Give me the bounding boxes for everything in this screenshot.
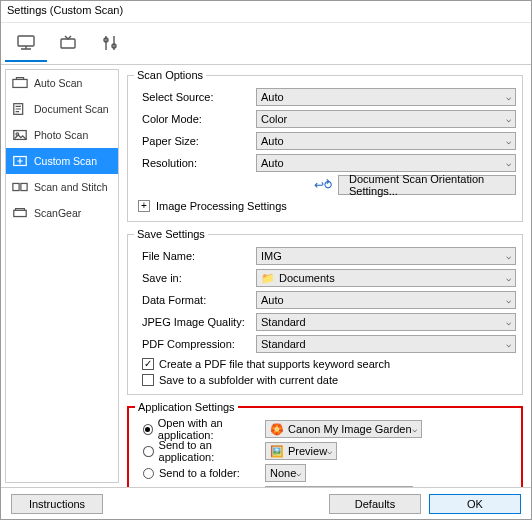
top-tab-strip bbox=[1, 23, 531, 65]
svg-rect-1 bbox=[61, 39, 75, 48]
footer-bar: Instructions Defaults OK bbox=[1, 487, 531, 519]
sidebar-item-auto-scan[interactable]: Auto Scan bbox=[6, 70, 118, 96]
sidebar-item-label: Auto Scan bbox=[34, 77, 82, 89]
sidebar-item-photo-scan[interactable]: Photo Scan bbox=[6, 122, 118, 148]
sidebar: Auto Scan Document Scan Photo Scan Custo… bbox=[5, 69, 119, 483]
color-mode-label: Color Mode: bbox=[134, 113, 256, 125]
svg-rect-4 bbox=[13, 79, 27, 87]
defaults-button[interactable]: Defaults bbox=[329, 494, 421, 514]
send-to-folder-radio[interactable]: Send to a folder: bbox=[135, 467, 265, 479]
tab-general-settings-icon[interactable] bbox=[89, 26, 131, 62]
sidebar-item-label: Custom Scan bbox=[34, 155, 97, 167]
sidebar-item-label: Document Scan bbox=[34, 103, 109, 115]
sidebar-item-label: ScanGear bbox=[34, 207, 81, 219]
chevron-down-icon: ⌵ bbox=[506, 251, 511, 261]
send-to-app-dropdown[interactable]: 🖼️Preview⌵ bbox=[265, 442, 337, 460]
attach-email-dropdown[interactable]: ✉️None (Attach Manually)⌵ bbox=[265, 486, 413, 487]
send-to-folder-dropdown[interactable]: None⌵ bbox=[265, 464, 306, 482]
content-pane: Scan Options Select Source: Auto⌵ Color … bbox=[119, 65, 531, 487]
settings-window: Settings (Custom Scan) Auto Scan Documen… bbox=[0, 0, 532, 520]
sidebar-item-custom-scan[interactable]: Custom Scan bbox=[6, 148, 118, 174]
orientation-settings-button[interactable]: Document Scan Orientation Settings... bbox=[338, 175, 516, 195]
radio-icon bbox=[143, 424, 153, 435]
radio-icon bbox=[143, 468, 154, 479]
svg-rect-0 bbox=[18, 36, 34, 46]
chevron-down-icon: ⌵ bbox=[296, 468, 301, 478]
sidebar-item-document-scan[interactable]: Document Scan bbox=[6, 96, 118, 122]
resolution-dropdown[interactable]: Auto⌵ bbox=[256, 154, 516, 172]
chevron-down-icon: ⌵ bbox=[506, 339, 511, 349]
radio-icon bbox=[143, 446, 154, 457]
subfolder-checkbox[interactable]: Save to a subfolder with current date bbox=[134, 372, 516, 388]
scan-options-group: Scan Options Select Source: Auto⌵ Color … bbox=[127, 69, 523, 222]
checkbox-icon bbox=[142, 358, 154, 370]
folder-icon: 📁 bbox=[261, 272, 275, 285]
chevron-down-icon: ⌵ bbox=[412, 424, 417, 434]
svg-rect-10 bbox=[21, 183, 27, 190]
instructions-button[interactable]: Instructions bbox=[11, 494, 103, 514]
tab-scan-from-panel-icon[interactable] bbox=[47, 26, 89, 62]
pdf-keyword-checkbox[interactable]: Create a PDF file that supports keyword … bbox=[134, 356, 516, 372]
chevron-down-icon: ⌵ bbox=[506, 317, 511, 327]
chevron-down-icon: ⌵ bbox=[506, 158, 511, 168]
open-with-app-dropdown[interactable]: 🏵️Canon My Image Garden⌵ bbox=[265, 420, 422, 438]
scan-options-legend: Scan Options bbox=[134, 69, 206, 81]
file-name-label: File Name: bbox=[134, 250, 256, 262]
sidebar-item-scangear[interactable]: ScanGear bbox=[6, 200, 118, 226]
main-area: Auto Scan Document Scan Photo Scan Custo… bbox=[1, 65, 531, 487]
data-format-label: Data Format: bbox=[134, 294, 256, 306]
application-settings-legend: Application Settings bbox=[135, 401, 238, 413]
paper-size-label: Paper Size: bbox=[134, 135, 256, 147]
data-format-dropdown[interactable]: Auto⌵ bbox=[256, 291, 516, 309]
sidebar-item-label: Scan and Stitch bbox=[34, 181, 108, 193]
svg-rect-9 bbox=[13, 183, 19, 190]
chevron-down-icon: ⌵ bbox=[506, 92, 511, 102]
application-settings-group: Application Settings Open with an applic… bbox=[127, 401, 523, 487]
color-mode-dropdown[interactable]: Color⌵ bbox=[256, 110, 516, 128]
chevron-down-icon: ⌵ bbox=[506, 273, 511, 283]
select-source-dropdown[interactable]: Auto⌵ bbox=[256, 88, 516, 106]
pdf-compression-dropdown[interactable]: Standard⌵ bbox=[256, 335, 516, 353]
sidebar-item-label: Photo Scan bbox=[34, 129, 88, 141]
open-with-app-radio[interactable]: Open with an application: bbox=[135, 417, 265, 441]
svg-rect-11 bbox=[14, 210, 26, 216]
save-in-label: Save in: bbox=[134, 272, 256, 284]
checkbox-icon bbox=[142, 374, 154, 386]
expand-icon: + bbox=[138, 200, 150, 212]
paper-size-dropdown[interactable]: Auto⌵ bbox=[256, 132, 516, 150]
save-settings-legend: Save Settings bbox=[134, 228, 208, 240]
preview-icon: 🖼️ bbox=[270, 445, 284, 458]
file-name-field[interactable]: IMG⌵ bbox=[256, 247, 516, 265]
save-settings-group: Save Settings File Name: IMG⌵ Save in: 📁… bbox=[127, 228, 523, 395]
jpeg-quality-label: JPEG Image Quality: bbox=[134, 316, 256, 328]
chevron-down-icon: ⌵ bbox=[327, 446, 332, 456]
app-icon: 🏵️ bbox=[270, 423, 284, 436]
select-source-label: Select Source: bbox=[134, 91, 256, 103]
chevron-down-icon: ⌵ bbox=[506, 114, 511, 124]
sidebar-item-scan-and-stitch[interactable]: Scan and Stitch bbox=[6, 174, 118, 200]
resolution-label: Resolution: bbox=[134, 157, 256, 169]
send-to-app-radio[interactable]: Send to an application: bbox=[135, 439, 265, 463]
reverse-arrow-icon: ↩⥁ bbox=[314, 178, 332, 192]
pdf-compression-label: PDF Compression: bbox=[134, 338, 256, 350]
tab-scan-from-computer-icon[interactable] bbox=[5, 26, 47, 62]
jpeg-quality-dropdown[interactable]: Standard⌵ bbox=[256, 313, 516, 331]
ok-button[interactable]: OK bbox=[429, 494, 521, 514]
window-title: Settings (Custom Scan) bbox=[1, 1, 531, 23]
chevron-down-icon: ⌵ bbox=[506, 295, 511, 305]
image-processing-toggle[interactable]: + Image Processing Settings bbox=[134, 197, 516, 215]
chevron-down-icon: ⌵ bbox=[506, 136, 511, 146]
save-in-dropdown[interactable]: 📁Documents⌵ bbox=[256, 269, 516, 287]
